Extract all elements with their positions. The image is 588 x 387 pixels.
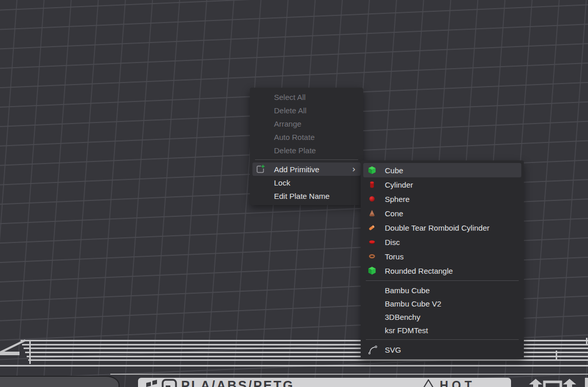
submenu-item-3dbenchy[interactable]: 3DBenchy	[363, 310, 521, 323]
cube-icon	[368, 166, 376, 174]
submenu-item-rounded-rectangle[interactable]: Rounded Rectangle	[363, 263, 521, 278]
plate-label-bar: PLA/ABS/PETG HOT	[138, 378, 511, 387]
plate-corner-tab	[0, 376, 120, 387]
cylinder-icon	[368, 180, 376, 189]
submenu-item-bambu-cube[interactable]: Bambu Cube	[363, 283, 521, 297]
submenu-item-label: Disc	[385, 238, 400, 247]
menu-item-edit-plate-name[interactable]: Edit Plate Name	[252, 189, 361, 202]
plate-corner-notch	[556, 351, 557, 360]
plate-material-label: PLA/ABS/PETG	[181, 379, 295, 387]
plate-type-icon	[162, 379, 177, 387]
submenu-item-label: SVG	[385, 345, 401, 354]
plate-edge-line	[29, 340, 31, 364]
rounded-rectangle-icon	[368, 267, 376, 275]
menu-item-label: Edit Plate Name	[274, 192, 329, 200]
submenu-item-double-tear-romboid-cylinder[interactable]: Double Tear Romboid Cylinder	[363, 220, 521, 235]
plate-edge-block	[0, 352, 19, 355]
svg-bezier-icon	[368, 344, 378, 355]
submenu-item-disc[interactable]: Disc	[363, 235, 521, 249]
submenu-item-label: Rounded Rectangle	[385, 267, 453, 275]
double-tear-romboid-cylinder-icon	[368, 223, 376, 232]
plate-corner-notch	[586, 338, 587, 345]
plate-hot-warning: HOT	[440, 380, 476, 387]
up-arrow-icon	[528, 379, 543, 387]
menu-item-add-primitive[interactable]: Add Primitive ›	[252, 162, 361, 176]
menu-item-label: Select All	[274, 93, 306, 101]
menu-item-label: Delete All	[274, 106, 306, 115]
menu-item-select-all: Select All	[252, 90, 361, 104]
warning-triangle-icon	[421, 379, 436, 387]
menu-item-label: Auto Rotate	[274, 133, 315, 141]
submenu-item-label: Bambu Cube	[385, 286, 430, 295]
submenu-separator	[366, 339, 519, 340]
submenu-item-cube[interactable]: Cube	[363, 163, 521, 177]
submenu-item-torus[interactable]: Torus	[363, 249, 521, 263]
submenu-item-svg[interactable]: SVG	[363, 342, 521, 357]
plate-edge-line	[110, 374, 588, 375]
cone-icon	[368, 209, 376, 217]
add-primitive-icon	[256, 165, 265, 174]
submenu-item-bambu-cube-v2[interactable]: Bambu Cube V2	[363, 297, 521, 310]
submenu-item-ksr-fdmtest[interactable]: ksr FDMTest	[363, 323, 521, 337]
submenu-item-label: Cube	[385, 166, 403, 175]
menu-item-label: Arrange	[274, 119, 301, 128]
submenu-item-sphere[interactable]: Sphere	[363, 192, 521, 206]
submenu-item-label: 3DBenchy	[385, 313, 420, 321]
submenu-item-cone[interactable]: Cone	[363, 206, 521, 220]
disc-icon	[368, 238, 376, 246]
submenu-item-label: Cylinder	[385, 180, 413, 189]
submenu-item-label: Sphere	[385, 195, 409, 203]
submenu-item-label: ksr FDMTest	[385, 326, 428, 335]
menu-item-lock[interactable]: Lock	[252, 176, 361, 189]
submenu-item-cylinder[interactable]: Cylinder	[363, 177, 521, 192]
sphere-icon	[368, 195, 376, 203]
menu-item-label: Delete Plate	[274, 146, 316, 155]
plate-context-menu: Select All Delete All Arrange Auto Rotat…	[250, 88, 363, 205]
submenu-item-label: Torus	[385, 252, 404, 261]
viewport[interactable]: PLA/ABS/PETG HOT Select All Delete All A…	[0, 0, 588, 387]
partial-marking	[585, 378, 588, 387]
chevron-right-icon: ›	[352, 165, 356, 174]
up-arrow-icon	[562, 379, 577, 387]
menu-item-delete-plate: Delete Plate	[252, 144, 361, 157]
submenu-separator	[366, 280, 519, 281]
bambu-logo-icon	[145, 379, 159, 387]
add-primitive-submenu: Cube Cylinder Sphere Cone Double Tear Ro…	[361, 160, 524, 359]
menu-separator	[255, 159, 358, 160]
plate-edge-line	[28, 359, 588, 361]
submenu-item-label: Cone	[385, 209, 403, 218]
menu-item-delete-all: Delete All	[252, 104, 361, 117]
menu-item-auto-rotate: Auto Rotate	[252, 130, 361, 144]
square-outline-icon	[543, 380, 562, 387]
menu-item-arrange: Arrange	[252, 117, 361, 130]
plate-edge-line	[0, 365, 588, 367]
menu-item-label: Add Primitive	[274, 165, 319, 174]
submenu-item-label: Bambu Cube V2	[385, 299, 441, 308]
torus-icon	[368, 252, 376, 260]
submenu-item-label: Double Tear Romboid Cylinder	[385, 223, 489, 232]
menu-item-label: Lock	[274, 178, 290, 187]
